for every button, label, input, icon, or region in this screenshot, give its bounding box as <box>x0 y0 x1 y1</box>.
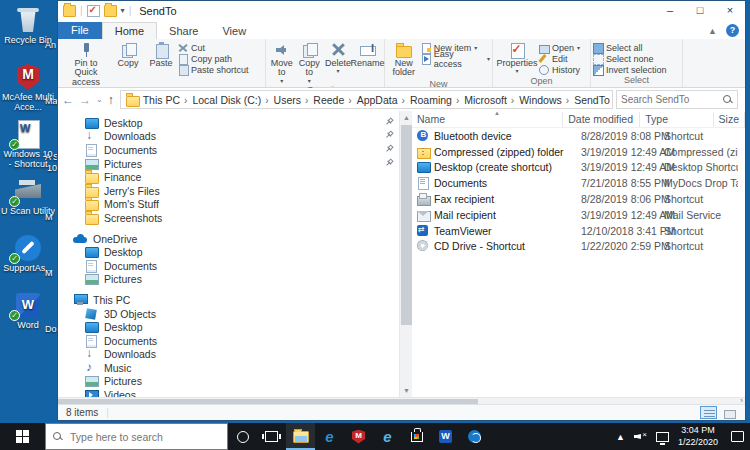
scroll-right-icon[interactable]: › <box>740 396 743 405</box>
file-row[interactable]: Desktop (create shortcut) 3/19/2019 12:4… <box>412 160 745 176</box>
breadcrumb-item[interactable]: AppData <box>346 94 399 106</box>
nav-item[interactable]: Jerry's Files <box>58 184 399 198</box>
copy-path-button[interactable]: Copy path <box>178 53 260 64</box>
file-row[interactable]: Mail recipient 3/19/2019 12:49 AM Mail S… <box>412 207 745 223</box>
edge-taskbar-button[interactable]: e <box>315 423 344 450</box>
column-header-type[interactable]: Type <box>640 112 713 127</box>
tab-share[interactable]: Share <box>157 23 210 39</box>
nav-item[interactable]: Music <box>58 361 399 375</box>
cut-button[interactable]: Cut <box>178 42 260 53</box>
column-header-size[interactable]: Size <box>714 112 745 127</box>
nav-item[interactable]: Desktop <box>58 245 399 259</box>
nav-item[interactable]: OneDrive <box>58 232 399 246</box>
history-button[interactable]: History <box>539 64 588 75</box>
copy-button[interactable]: Copy <box>112 40 144 69</box>
nav-item[interactable]: Screenshots <box>58 211 399 225</box>
nav-item[interactable]: Desktop <box>58 320 399 334</box>
new-folder-button[interactable]: New folder <box>387 40 421 79</box>
nav-item[interactable]: This PC <box>58 293 399 307</box>
mcafee-taskbar-button[interactable] <box>344 423 373 450</box>
paste-button[interactable]: Paste <box>144 40 178 69</box>
scrollbar-thumb[interactable] <box>401 125 412 325</box>
file-row[interactable]: TeamViewer 12/10/2018 3:41 PM Shortcut <box>412 223 745 239</box>
file-row[interactable]: Fax recipient 8/28/2019 8:06 PM Shortcut <box>412 191 745 207</box>
desktop-icon[interactable]: SupportAs... <box>1 233 55 290</box>
column-header-date-modified[interactable]: Date modified <box>563 112 640 127</box>
select-none-button[interactable]: Select none <box>593 53 680 64</box>
nav-item[interactable]: Documents <box>58 334 399 348</box>
show-hidden-icons-chevron[interactable]: ▲ <box>616 432 625 442</box>
nav-item[interactable]: Documents <box>58 259 399 273</box>
hscrollbar-thumb[interactable] <box>58 399 478 404</box>
minimize-ribbon-icon[interactable]: ▲ <box>708 26 717 36</box>
file-row[interactable]: Documents 7/21/2018 8:55 PM MyDocs Drop … <box>412 175 745 191</box>
breadcrumb-item[interactable]: Windows <box>509 94 564 106</box>
invert-selection-button[interactable]: Invert selection <box>593 64 680 75</box>
desktop-icon[interactable]: U Scan Utility <box>1 176 55 233</box>
paste-shortcut-button[interactable]: Paste shortcut <box>178 64 260 75</box>
breadcrumb-item[interactable]: Local Disk (C:) <box>182 94 263 106</box>
nav-item[interactable]: Pictures <box>58 157 399 171</box>
easy-access-button[interactable]: Easy access▾ <box>421 53 490 64</box>
explorer-search-input[interactable] <box>621 94 723 105</box>
nav-item[interactable]: Pictures <box>58 375 399 389</box>
edit-button[interactable]: Edit <box>539 53 588 64</box>
breadcrumb-item[interactable]: This PC <box>141 94 182 106</box>
nav-item[interactable]: Mom's Stuff <box>58 198 399 212</box>
minimize-button[interactable]: – <box>655 1 685 20</box>
volume-icon[interactable] <box>634 431 647 442</box>
microsoft-store-taskbar-button[interactable] <box>402 423 431 450</box>
support-assist-taskbar-button[interactable] <box>460 423 489 450</box>
cortana-button[interactable] <box>228 423 257 450</box>
titlebar[interactable]: | ▾ | SendTo – □ × <box>58 1 745 20</box>
nav-item[interactable]: Desktop <box>58 116 399 130</box>
desktop-icon[interactable]: Word <box>1 290 55 347</box>
desktop-icon[interactable]: Recycle Bin <box>1 5 55 62</box>
nav-item[interactable]: Videos <box>58 388 399 397</box>
nav-scrollbar[interactable]: ▲ ▼ <box>399 111 412 397</box>
select-all-button[interactable]: Select all <box>593 42 680 53</box>
file-row[interactable]: CD Drive - Shortcut 1/22/2020 2:59 PM Sh… <box>412 239 745 255</box>
nav-item[interactable]: Documents <box>58 143 399 157</box>
qat-properties-icon[interactable] <box>87 5 100 17</box>
recent-locations-icon[interactable]: ⌄ <box>96 95 103 104</box>
clock[interactable]: 3:04 PM 1/22/2020 <box>678 425 718 448</box>
internet-explorer-taskbar-button[interactable]: e <box>373 423 402 450</box>
breadcrumb-item[interactable]: SendTo <box>564 94 612 106</box>
back-button[interactable]: ← <box>62 93 74 107</box>
start-button[interactable] <box>0 423 45 450</box>
network-icon[interactable] <box>656 432 669 442</box>
file-row[interactable]: Compressed (zipped) folder 3/19/2019 12:… <box>412 144 745 160</box>
open-button[interactable]: Open▾ <box>539 42 588 53</box>
breadcrumb-item[interactable]: Reede <box>303 94 346 106</box>
horizontal-scrollbar[interactable]: › <box>58 397 745 404</box>
delete-button[interactable]: Delete▾ <box>323 40 353 76</box>
breadcrumb-item[interactable]: Roaming <box>400 94 454 106</box>
properties-button[interactable]: Properties▾ <box>495 40 539 76</box>
tab-view[interactable]: View <box>210 23 258 39</box>
maximize-button[interactable]: □ <box>685 1 715 20</box>
up-button[interactable]: ↑ <box>108 93 114 107</box>
move-to-button[interactable]: Move to▾ <box>268 40 296 85</box>
breadcrumb-item[interactable]: Microsoft <box>454 94 509 106</box>
nav-item[interactable]: Pictures <box>58 273 399 287</box>
task-view-button[interactable] <box>257 423 286 450</box>
word-taskbar-button[interactable]: W <box>431 423 460 450</box>
tab-file[interactable]: File <box>58 22 102 39</box>
file-row[interactable]: Bluetooth device 8/28/2019 8:08 PM Short… <box>412 128 745 144</box>
column-header-name[interactable]: Name <box>412 112 563 127</box>
copy-to-button[interactable]: Copy to▾ <box>296 40 324 85</box>
details-view-button[interactable] <box>700 406 717 419</box>
qat-new-folder-icon[interactable] <box>104 5 117 17</box>
taskbar-search-input[interactable] <box>70 431 220 443</box>
rename-button[interactable]: Rename <box>353 40 382 69</box>
pin-to-quick-access-button[interactable]: Pin to Quick access <box>60 40 112 88</box>
nav-item[interactable]: Downloads <box>58 130 399 144</box>
action-center-icon[interactable] <box>731 431 744 442</box>
breadcrumb-item[interactable]: Users <box>263 94 303 106</box>
forward-button[interactable]: → <box>79 93 91 107</box>
tab-home[interactable]: Home <box>102 22 157 39</box>
nav-item[interactable]: 3D Objects <box>58 307 399 321</box>
nav-item[interactable]: Finance <box>58 170 399 184</box>
taskbar-search-box[interactable] <box>45 423 228 450</box>
